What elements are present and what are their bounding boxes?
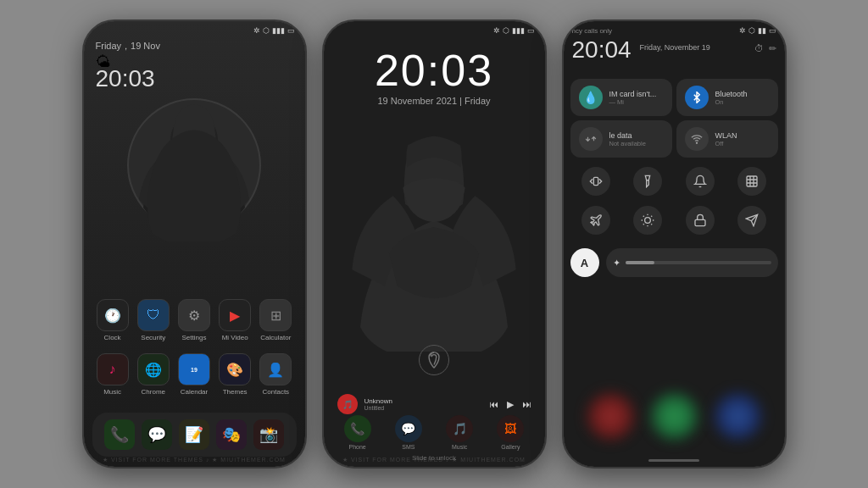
sim-sublabel: — Mi bbox=[609, 98, 664, 106]
phone-1-status-bar: ✲ ⬡ ▮▮▮ ▭ bbox=[84, 21, 305, 40]
svg-rect-28 bbox=[695, 219, 705, 225]
brightness-fill bbox=[626, 261, 654, 264]
phone-3: ncy calls only ✲ ⬡ ▮▮ ▭ 20:04 Friday, No… bbox=[562, 19, 787, 469]
sim-icon: 💧 bbox=[579, 86, 603, 109]
signal-icon: ▮▮▮ bbox=[272, 26, 285, 35]
svg-point-12 bbox=[696, 142, 697, 143]
clock-icon: 🕐 bbox=[97, 299, 129, 331]
app-themes[interactable]: 🎨 Themes bbox=[216, 353, 254, 396]
prev-button[interactable]: ⏮ bbox=[489, 399, 498, 409]
app-mi-video[interactable]: ▶ Mi Video bbox=[216, 299, 254, 341]
brightness-sun-icon: ✦ bbox=[613, 258, 620, 269]
play-button[interactable]: ▶ bbox=[507, 399, 514, 410]
music-dock-icon: 🎵 bbox=[446, 415, 473, 442]
phone-3-screen: ncy calls only ✲ ⬡ ▮▮ ▭ 20:04 Friday, No… bbox=[564, 21, 785, 467]
bluetooth-tile-sublabel: On bbox=[715, 98, 770, 106]
auto-brightness-toggle[interactable] bbox=[633, 206, 662, 235]
settings-icon: ⚙ bbox=[178, 299, 210, 331]
phone-dock-icon: 📞 bbox=[344, 415, 371, 442]
wlan-tile[interactable]: WLAN Off bbox=[676, 120, 778, 158]
sim-tile[interactable]: 💧 IM card isn't... — Mi bbox=[570, 79, 672, 116]
lock-toggle[interactable] bbox=[686, 206, 715, 235]
chrome-label: Chrome bbox=[142, 388, 165, 396]
app-music[interactable]: ♪ Music bbox=[93, 353, 131, 396]
svg-point-19 bbox=[645, 218, 651, 224]
app-security[interactable]: 🛡 Security bbox=[134, 299, 172, 341]
phone-2-status-icons: ✲ ⬡ ▮▮▮ ▭ bbox=[493, 26, 535, 35]
phone-1-app-row-1: 🕐 Clock 🛡 Security ⚙ Settings ▶ Mi Video… bbox=[92, 299, 297, 341]
app-calendar[interactable]: 19 Calendar bbox=[175, 353, 213, 396]
music-subtitle: Untitled bbox=[364, 405, 482, 411]
mobile-data-icon bbox=[579, 127, 603, 151]
dock-notes[interactable]: 📝 bbox=[179, 419, 209, 450]
svg-line-26 bbox=[643, 224, 644, 225]
red-orb bbox=[587, 393, 634, 440]
battery-icon: ▭ bbox=[287, 26, 295, 35]
dock-music-item[interactable]: 🎵 Music bbox=[446, 415, 473, 450]
flashlight-toggle[interactable] bbox=[633, 167, 662, 196]
app-settings[interactable]: ⚙ Settings bbox=[175, 299, 213, 341]
contacts-icon: 👤 bbox=[259, 353, 292, 385]
svg-rect-13 bbox=[593, 177, 598, 185]
sms-dock-icon: 💬 bbox=[395, 415, 422, 442]
bluetooth-tile[interactable]: Bluetooth On bbox=[676, 79, 778, 116]
mobile-data-sublabel: Not available bbox=[609, 140, 664, 147]
app-contacts[interactable]: 👤 Contacts bbox=[257, 353, 295, 396]
calculator-icon: ⊞ bbox=[259, 299, 292, 331]
app-clock[interactable]: 🕐 Clock bbox=[93, 299, 131, 341]
bluetooth-tile-icon bbox=[685, 86, 709, 109]
contacts-label: Contacts bbox=[263, 388, 290, 396]
p2-bluetooth-icon: ✲ bbox=[493, 26, 500, 35]
p3-bluetooth-icon: ✲ bbox=[739, 26, 746, 35]
themes-icon: 🎨 bbox=[219, 353, 251, 385]
quick-toggles-row1 bbox=[570, 167, 778, 196]
phone-1-dock: 📞 💬 📝 🎭 📸 bbox=[92, 413, 297, 457]
vibrate-toggle[interactable] bbox=[581, 167, 610, 196]
dock-phone[interactable]: 📞 bbox=[104, 419, 135, 450]
next-button[interactable]: ⏭ bbox=[522, 399, 531, 409]
brightness-area: A ✦ bbox=[570, 248, 778, 277]
auto-label[interactable]: A bbox=[570, 248, 599, 277]
bell-toggle[interactable] bbox=[686, 167, 715, 196]
wlan-sublabel: Off bbox=[715, 140, 770, 147]
mobile-data-tile[interactable]: le data Not available bbox=[570, 120, 672, 158]
phone-3-time: 20:04 bbox=[572, 36, 632, 64]
themes-label: Themes bbox=[223, 388, 248, 396]
location-toggle[interactable] bbox=[737, 206, 766, 235]
mi-video-icon: ▶ bbox=[219, 299, 251, 331]
music-dock-label: Music bbox=[452, 444, 467, 450]
dock-sms-item[interactable]: 💬 SMS bbox=[395, 415, 422, 450]
brightness-slider[interactable]: ✦ bbox=[606, 248, 778, 277]
phone-1-status-icons: ✲ ⬡ ▮▮▮ ▭ bbox=[253, 26, 295, 35]
calendar-icon: 19 bbox=[178, 353, 210, 385]
settings-label: Settings bbox=[182, 334, 207, 341]
app-calculator[interactable]: ⊞ Calculator bbox=[257, 299, 295, 341]
bluetooth-tile-label: Bluetooth bbox=[715, 90, 770, 98]
phone-1: ✲ ⬡ ▮▮▮ ▭ Friday，19 Nov 🌤 20:03 bbox=[82, 19, 307, 469]
phone-3-edit-icons: ⏱ ✏ bbox=[754, 43, 776, 54]
dock-themes[interactable]: 🎭 bbox=[216, 419, 247, 450]
phone-1-screen: ✲ ⬡ ▮▮▮ ▭ Friday，19 Nov 🌤 20:03 bbox=[84, 21, 305, 467]
wlan-label: WLAN bbox=[715, 131, 770, 140]
bluetooth-text: Bluetooth On bbox=[715, 90, 770, 106]
phone-2-dock: 📞 Phone 💬 SMS 🎵 Music 🖼 Gallery bbox=[332, 415, 537, 450]
phone-1-app-row-2: ♪ Music 🌐 Chrome 19 Calendar 🎨 bbox=[92, 353, 297, 396]
dock-gallery[interactable]: 📸 bbox=[253, 419, 284, 450]
dock-messages[interactable]: 💬 bbox=[142, 419, 172, 450]
wlan-icon bbox=[685, 127, 709, 151]
mobile-data-label: le data bbox=[609, 131, 664, 140]
edit-icon[interactable]: ✏ bbox=[769, 43, 776, 54]
calendar-label: Calendar bbox=[181, 388, 208, 396]
dock-phone-item[interactable]: 📞 Phone bbox=[344, 415, 371, 450]
airplane-toggle[interactable] bbox=[581, 206, 610, 235]
fingerprint-icon[interactable] bbox=[419, 345, 449, 375]
music-title: Unknown bbox=[364, 397, 482, 405]
dock-gallery-item[interactable]: 🖼 Gallery bbox=[497, 415, 524, 450]
home-bar bbox=[648, 459, 699, 462]
svg-rect-14 bbox=[747, 176, 757, 186]
app-chrome[interactable]: 🌐 Chrome bbox=[134, 353, 172, 396]
sim-label: IM card isn't... bbox=[609, 90, 664, 98]
phone-2-status-bar: ✲ ⬡ ▮▮▮ ▭ bbox=[324, 21, 545, 40]
nfc-toggle[interactable] bbox=[737, 167, 766, 196]
phone-2-music-bar: 🎵 Unknown Untitled ⏮ ▶ ⏭ bbox=[332, 391, 537, 418]
